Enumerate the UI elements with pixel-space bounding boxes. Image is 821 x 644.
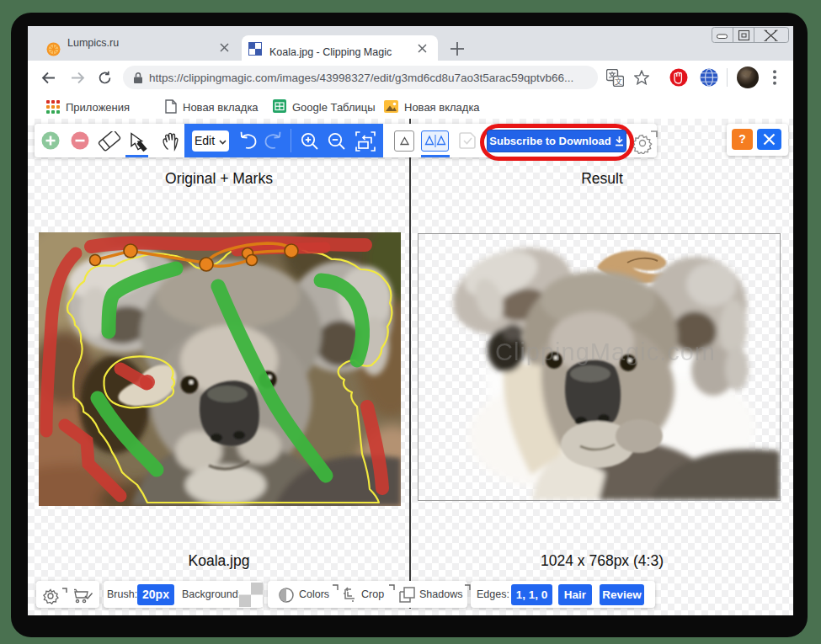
svg-text:文: 文 — [615, 77, 623, 86]
svg-text:ClippingMagic.com: ClippingMagic.com — [495, 338, 716, 365]
